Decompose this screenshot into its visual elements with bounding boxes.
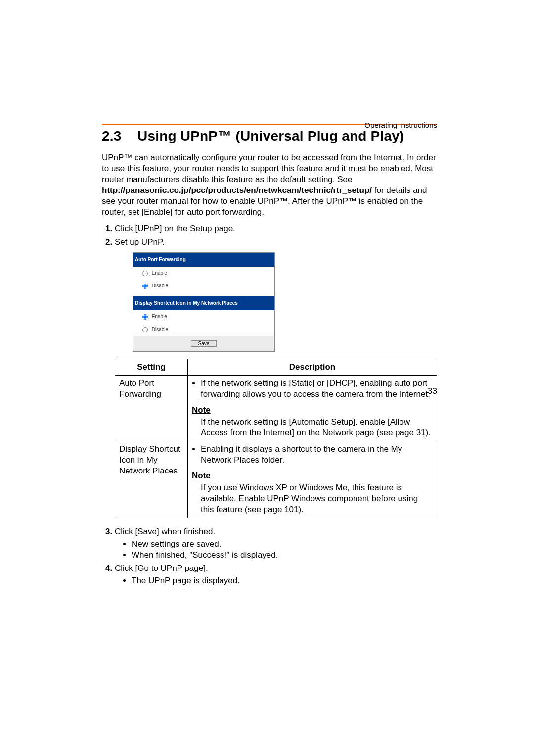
save-button[interactable]: Save [191,340,217,347]
manual-page: Operating Instructions 2.3 Using UPnP™ (… [0,0,534,610]
intro-pre: UPnP™ can automatically configure your r… [102,153,436,184]
table-row: Auto Port Forwarding If the network sett… [115,376,437,441]
label-disable-2: Disable [152,327,168,332]
upnp-settings-mock: Auto Port Forwarding Enable Disable Disp… [133,252,275,352]
section-title-text: Using UPnP™ (Universal Plug and Play) [137,128,404,143]
radio-apf-enable[interactable] [142,271,148,276]
label-enable-2: Enable [152,314,167,319]
cell-setting-1: Auto Port Forwarding [115,376,188,441]
mock-opt-apf-enable[interactable]: Enable [133,267,274,280]
steps-list: Click [UPnP] on the Setup page. Set up U… [102,223,437,586]
note-heading-2: Note [192,471,433,481]
label-enable: Enable [152,270,167,276]
cell-setting-2: Display Shortcut Icon in My Network Plac… [115,441,188,518]
mock-bar-shortcut: Display Shortcut Icon in My Network Plac… [133,296,274,310]
step-2-text: Set up UPnP. [115,237,165,247]
cell-desc-1: If the network setting is [Static] or [D… [188,376,437,441]
step-4-text: Click [Go to UPnP page]. [115,564,208,573]
step-4: Click [Go to UPnP page]. The UPnP page i… [115,563,437,586]
desc-bullet-2-item: Enabling it displays a shortcut to the c… [201,444,433,466]
th-setting: Setting [115,359,188,376]
step-3-sub-1: New settings are saved. [132,539,437,550]
mock-opt-sc-enable[interactable]: Enable [133,310,274,323]
step-3-text: Click [Save] when finished. [115,527,215,536]
intro-paragraph: UPnP™ can automatically configure your r… [102,152,437,218]
note-text-2: If you use Windows XP or Windows Me, thi… [201,482,433,515]
page-number: 33 [428,386,437,396]
intro-link: http://panasonic.co.jp/pcc/products/en/n… [102,186,372,195]
desc-bullet-1-item: If the network setting is [Static] or [D… [201,378,433,400]
mock-footer: Save [133,336,274,351]
mock-opt-apf-disable[interactable]: Disable [133,280,274,292]
radio-apf-disable[interactable] [142,284,148,289]
step-1: Click [UPnP] on the Setup page. [115,223,437,235]
step-3-sub: New settings are saved. When finished, "… [132,539,437,561]
desc-bullet-1: If the network setting is [Static] or [D… [201,378,433,400]
step-4-sub: The UPnP page is displayed. [132,575,437,586]
th-description: Description [188,359,437,376]
radio-sc-disable[interactable] [142,327,148,332]
desc-bullet-2: Enabling it displays a shortcut to the c… [201,444,433,466]
mock-bar-auto-port: Auto Port Forwarding [133,253,274,267]
step-4-sub-1: The UPnP page is displayed. [132,575,437,586]
radio-sc-enable[interactable] [142,314,148,320]
settings-description-table: Setting Description Auto Port Forwarding… [115,359,437,518]
running-head: Operating Instructions [364,121,437,129]
cell-desc-2: Enabling it displays a shortcut to the c… [188,441,437,518]
step-3: Click [Save] when finished. New settings… [115,526,437,561]
table-row: Display Shortcut Icon in My Network Plac… [115,441,437,518]
section-number: 2.3 [102,128,134,144]
note-text-1: If the network setting is [Automatic Set… [201,417,433,438]
step-3-sub-2: When finished, "Success!" is displayed. [132,550,437,561]
mock-opt-sc-disable[interactable]: Disable [133,323,274,336]
step-2: Set up UPnP. Auto Port Forwarding Enable… [115,236,437,518]
section-heading: 2.3 Using UPnP™ (Universal Plug and Play… [102,128,437,144]
note-heading-1: Note [192,405,433,416]
label-disable: Disable [152,283,168,288]
